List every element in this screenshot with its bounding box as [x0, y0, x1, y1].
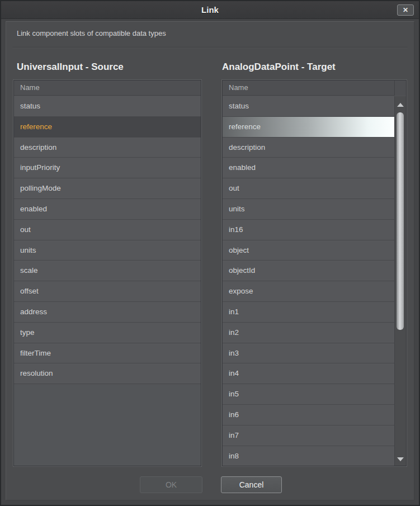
- list-item[interactable]: pollingMode: [14, 178, 201, 199]
- list-item[interactable]: scale: [14, 261, 201, 281]
- list-item[interactable]: object: [223, 240, 394, 261]
- list-item[interactable]: in7: [223, 425, 394, 446]
- target-column-header-label: Name: [229, 83, 248, 92]
- list-item[interactable]: filterTime: [14, 343, 201, 364]
- close-icon: ✕: [403, 6, 408, 14]
- target-rows: statusreferencedescriptionenabledoutunit…: [223, 96, 394, 466]
- list-item[interactable]: inputPriority: [14, 158, 201, 178]
- cancel-button[interactable]: Cancel: [221, 476, 282, 493]
- close-button[interactable]: ✕: [397, 4, 414, 16]
- source-heading: UniversalInput - Source: [17, 62, 124, 73]
- list-item[interactable]: enabled: [14, 199, 201, 220]
- list-item[interactable]: status: [223, 96, 394, 117]
- list-item[interactable]: out: [223, 178, 394, 199]
- source-slot-list: Name statusreferencedescriptioninputPrio…: [13, 80, 201, 466]
- list-item[interactable]: in1: [223, 302, 394, 323]
- list-item[interactable]: out: [14, 220, 201, 240]
- source-column-header[interactable]: Name: [14, 81, 201, 96]
- list-item[interactable]: objectId: [223, 261, 394, 281]
- list-item[interactable]: reference: [223, 117, 394, 138]
- list-item[interactable]: in3: [223, 343, 394, 364]
- list-item[interactable]: in8: [223, 446, 394, 466]
- scrollbar-column-header: [394, 81, 406, 96]
- list-item[interactable]: in4: [223, 363, 394, 384]
- scroll-up-icon[interactable]: [397, 103, 404, 107]
- list-item[interactable]: units: [14, 240, 201, 261]
- dialog-body: Link component slots of compatible data …: [6, 21, 414, 500]
- list-item[interactable]: units: [223, 199, 394, 220]
- list-item[interactable]: in6: [223, 405, 394, 425]
- list-item[interactable]: resolution: [14, 363, 201, 384]
- instruction-text: Link component slots of compatible data …: [17, 29, 166, 37]
- scrollbar-thumb[interactable]: [397, 112, 404, 330]
- dialog-titlebar[interactable]: Link ✕: [1, 1, 419, 19]
- dialog-title: Link: [201, 5, 219, 15]
- list-item[interactable]: type: [14, 323, 201, 343]
- list-item[interactable]: address: [14, 302, 201, 323]
- link-dialog: Link ✕ Link component slots of compatibl…: [0, 0, 420, 506]
- ok-button[interactable]: OK: [140, 476, 202, 493]
- list-item[interactable]: expose: [223, 281, 394, 302]
- target-column-header[interactable]: Name: [223, 81, 406, 96]
- list-item[interactable]: reference: [14, 117, 201, 138]
- source-rows: statusreferencedescriptioninputPriorityp…: [14, 96, 201, 466]
- target-heading: AnalogDataPoint - Target: [222, 62, 336, 73]
- list-item[interactable]: in5: [223, 384, 394, 405]
- list-item[interactable]: description: [223, 138, 394, 158]
- separator-line: [12, 47, 408, 48]
- list-item[interactable]: enabled: [223, 158, 394, 178]
- list-item[interactable]: in16: [223, 220, 394, 240]
- target-slot-list: Name statusreferencedescriptionenabledou…: [222, 80, 407, 466]
- list-item[interactable]: status: [14, 96, 201, 117]
- list-item[interactable]: offset: [14, 281, 201, 302]
- list-item[interactable]: description: [14, 138, 201, 158]
- source-column-header-label: Name: [20, 83, 40, 92]
- target-scrollbar[interactable]: [394, 96, 406, 466]
- scroll-down-icon[interactable]: [397, 457, 404, 461]
- list-item[interactable]: in2: [223, 323, 394, 343]
